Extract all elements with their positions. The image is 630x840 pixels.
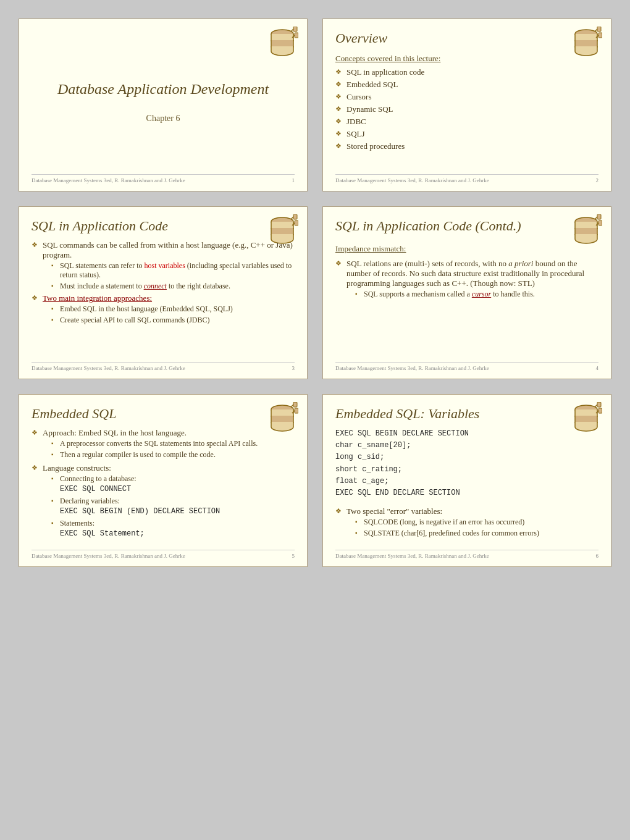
slide-2-underline: Concepts covered in this lecture: [335, 54, 598, 64]
svg-rect-4 [295, 33, 298, 38]
slide-3-footer-left: Database Management Systems 3ed, R. Rama… [32, 365, 185, 371]
svg-rect-14 [295, 220, 298, 225]
slide-3-footer: Database Management Systems 3ed, R. Rama… [32, 362, 295, 371]
svg-rect-24 [295, 408, 298, 413]
impedance-header: Impedance mismatch: [335, 244, 406, 253]
slide6-sub1: SQLCODE (long, is negative if an error h… [355, 518, 598, 538]
slide6-sub1-item1: SQLCODE (long, is negative if an error h… [355, 518, 598, 527]
svg-rect-7 [597, 27, 601, 32]
slide3-sub1-item1: SQL statements can refer to host variabl… [51, 261, 295, 280]
slide-6-footer-right: 6 [596, 553, 599, 559]
svg-rect-9 [598, 33, 602, 38]
bullet-sql-app: SQL in application code [335, 67, 598, 77]
slide-5-footer-right: 5 [292, 553, 295, 559]
slide-6: Embedded SQL: Variables EXEC SQL BEGIN D… [322, 394, 611, 567]
slide-2-footer: Database Management Systems 3ed, R. Rama… [335, 174, 598, 183]
bullet-cursors: Cursors [335, 92, 598, 102]
slide3-sub1: SQL statements can refer to host variabl… [51, 261, 295, 291]
slide3-sub2: Embed SQL in the host language (Embedded… [51, 304, 295, 325]
exec-sql-statement-code: EXEC SQL Statement; [60, 529, 145, 538]
slide-5-footer: Database Management Systems 3ed, R. Rama… [32, 550, 295, 559]
svg-rect-29 [598, 408, 602, 413]
database-icon-2 [570, 27, 602, 61]
slide-1-footer-right: 1 [292, 177, 295, 183]
slide-1-footer: Database Management Systems 3ed, R. Rama… [32, 174, 295, 183]
slide5-sub2-item1: Connecting to a database:EXEC SQL CONNEC… [51, 474, 295, 495]
exec-sql-connect-code: EXEC SQL CONNECT [60, 485, 131, 494]
slide-6-footer-left: Database Management Systems 3ed, R. Rama… [335, 553, 489, 559]
slide-3-footer-right: 3 [292, 365, 295, 371]
slide-2-footer-right: 2 [596, 177, 599, 183]
a-priori-text: a priori [508, 259, 533, 268]
slide3-sub1-item2: Must include a statement to connect to t… [51, 282, 295, 291]
exec-sql-begin-code: EXEC SQL BEGIN (END) DECLARE SECTION [60, 507, 220, 516]
slide-4-footer-left: Database Management Systems 3ed, R. Rama… [335, 365, 489, 371]
slide-4-title: SQL in Application Code (Contd.) [335, 218, 598, 234]
slide5-bullet2: Language constructs: Connecting to a dat… [32, 463, 295, 539]
slide3-bullet1: SQL commands can be called from within a… [32, 240, 295, 291]
slide5-sub1-item1: A preprocessor converts the SQL statemen… [51, 439, 295, 448]
connect-text: connect [144, 282, 167, 290]
slide5-sub2-item2: Declaring variables:EXEC SQL BEGIN (END)… [51, 497, 295, 517]
slide4-sub1: SQL supports a mechanism called a cursor… [355, 290, 598, 299]
svg-rect-2 [293, 27, 297, 32]
slide3-sub2-item2: Create special API to call SQL commands … [51, 316, 295, 325]
slide-4: SQL in Application Code (Contd.) Impedan… [322, 206, 611, 379]
slide6-bullet1: Two special "error" variables: SQLCODE (… [335, 506, 598, 538]
slide-6-title: Embedded SQL: Variables [335, 406, 598, 422]
svg-rect-27 [597, 402, 601, 407]
slide-2: Overview Concepts covered in this lectur… [322, 19, 611, 191]
svg-rect-12 [293, 214, 297, 219]
slide-1: Database Application Development Chapter… [19, 19, 308, 191]
slide4-sub1-item1: SQL supports a mechanism called a cursor… [355, 290, 598, 299]
svg-rect-19 [598, 220, 602, 225]
svg-rect-17 [597, 214, 601, 219]
database-icon-4 [570, 214, 602, 249]
slide-4-bullets: SQL relations are (multi-) sets of recor… [335, 259, 598, 301]
slide-3-title: SQL in Application Code [32, 218, 295, 234]
bullet-dynamic-sql: Dynamic SQL [335, 104, 598, 114]
slide-3-bullets: SQL commands can be called from within a… [32, 240, 295, 327]
slide-grid: Database Application Development Chapter… [19, 19, 611, 567]
slide-4-footer: Database Management Systems 3ed, R. Rama… [335, 362, 598, 371]
cursor-text: cursor [472, 290, 491, 298]
slide-1-footer-left: Database Management Systems 3ed, R. Rama… [32, 177, 185, 183]
slide3-sub2-item1: Embed SQL in the host language (Embedded… [51, 304, 295, 314]
slide-1-content: Database Application Development Chapter… [32, 30, 295, 174]
slide-5-bullets: Approach: Embed SQL in the host language… [32, 428, 295, 542]
slide-2-bullets: SQL in application code Embedded SQL Cur… [335, 67, 598, 154]
bullet-stored-procedures: Stored procedures [335, 141, 598, 151]
slide5-sub1: A preprocessor converts the SQL statemen… [51, 439, 295, 460]
slide5-sub1-item2: Then a regular compiler is used to compi… [51, 450, 295, 460]
slide6-sub1-item2: SQLSTATE (char[6], predefined codes for … [355, 529, 598, 538]
slide-4-footer-right: 4 [596, 365, 599, 371]
slide5-sub2-item3: Statements:EXEC SQL Statement; [51, 519, 295, 539]
slide5-bullet1: Approach: Embed SQL in the host language… [32, 428, 295, 460]
svg-rect-22 [293, 402, 297, 407]
slide-3: SQL in Application Code SQL commands can… [19, 206, 308, 379]
slide-2-footer-left: Database Management Systems 3ed, R. Rama… [335, 177, 489, 183]
host-variables-text: host variables [145, 261, 185, 270]
database-icon-6 [570, 402, 602, 437]
slide-6-bullets: Two special "error" variables: SQLCODE (… [335, 506, 598, 540]
slide-5: Embedded SQL Approach: Embed SQL in the … [19, 394, 308, 567]
bullet-jdbc: JDBC [335, 117, 598, 127]
slide-1-title: Database Application Development [57, 81, 269, 98]
bullet-embedded-sql: Embedded SQL [335, 80, 598, 90]
database-icon-1 [266, 27, 298, 61]
bullet-sqlj: SQLJ [335, 129, 598, 139]
two-main-text: Two main integration approaches: [43, 293, 152, 303]
slide-1-subtitle: Chapter 6 [146, 114, 180, 124]
slide3-bullet2: Two main integration approaches: Embed S… [32, 293, 295, 325]
slide-2-title: Overview [335, 30, 598, 46]
slide-6-footer: Database Management Systems 3ed, R. Rama… [335, 550, 598, 559]
slide-6-code-block: EXEC SQL BEGIN DECLARE SECTION char c_sn… [335, 428, 598, 499]
slide5-sub2: Connecting to a database:EXEC SQL CONNEC… [51, 474, 295, 539]
slide4-bullet1: SQL relations are (multi-) sets of recor… [335, 259, 598, 299]
slide-5-title: Embedded SQL [32, 406, 295, 422]
slide-5-footer-left: Database Management Systems 3ed, R. Rama… [32, 553, 185, 559]
